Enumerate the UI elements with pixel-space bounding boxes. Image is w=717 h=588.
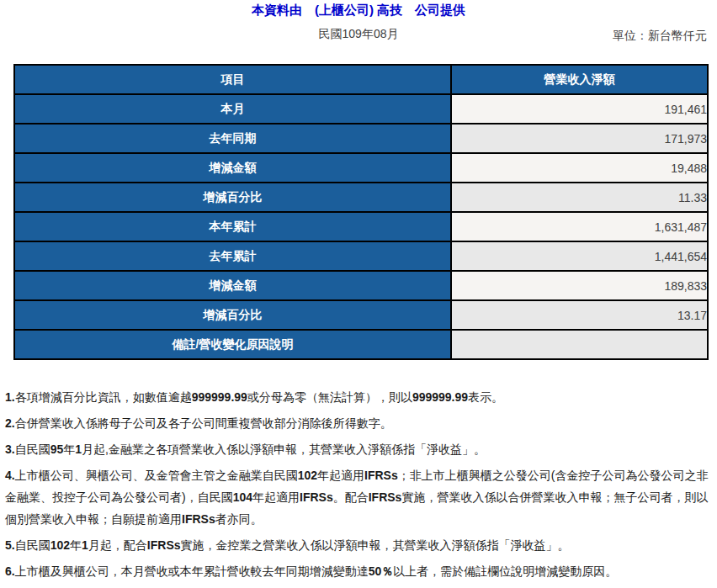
footnote: 1.各項增減百分比資訊，如數值逾越999999.99或分母為零（無法計算），則以… xyxy=(5,386,709,408)
row-label: 增減金額 xyxy=(14,271,451,300)
monthly-revenue-report-page: 本資料由 (上櫃公司) 高技 公司提供 民國109年08月 單位：新台幣仟元 項… xyxy=(0,0,717,588)
column-header-item: 項目 xyxy=(14,65,451,94)
row-value xyxy=(451,330,708,359)
table-row: 本年累計1,631,487 xyxy=(14,212,708,241)
row-label: 本月 xyxy=(14,94,451,124)
row-label: 備註/營收變化原因說明 xyxy=(14,330,451,359)
table-row: 備註/營收變化原因說明 xyxy=(14,330,708,359)
revenue-table: 項目 營業收入淨額 本月191,461去年同期171,973增減金額19,488… xyxy=(13,64,709,360)
row-value: 171,973 xyxy=(451,124,708,153)
table-row: 增減金額19,488 xyxy=(14,153,708,183)
table-row: 去年同期171,973 xyxy=(14,124,708,153)
footnote: 2.合併營業收入係將母子公司及各子公司間重複營收部分消除後所得數字。 xyxy=(5,412,709,434)
row-label: 增減百分比 xyxy=(14,300,451,330)
table-header-row: 項目 營業收入淨額 xyxy=(14,65,708,94)
unit-label: 單位：新台幣仟元 xyxy=(613,29,707,44)
row-label: 去年同期 xyxy=(14,124,451,153)
footnote: 5.自民國102年1月起，配合IFRSs實施，金控業之營業收入係以淨額申報，其營… xyxy=(5,534,709,556)
footnotes-list: 1.各項增減百分比資訊，如數值逾越999999.99或分母為零（無法計算），則以… xyxy=(5,386,709,586)
table-row: 增減金額189,833 xyxy=(14,271,708,300)
row-value: 189,833 xyxy=(451,271,708,300)
row-label: 去年累計 xyxy=(14,241,451,271)
table-row: 增減百分比13.17 xyxy=(14,300,708,330)
footnote: 4.上市櫃公司、興櫃公司、及金管會主管之金融業自民國102年起適用IFRSs；非… xyxy=(5,464,709,530)
row-label: 本年累計 xyxy=(14,212,451,241)
row-label: 增減百分比 xyxy=(14,183,451,212)
table-row: 去年累計1,441,654 xyxy=(14,241,708,271)
row-value: 13.17 xyxy=(451,300,708,330)
row-value: 19,488 xyxy=(451,153,708,183)
footnote: 6.上市櫃及興櫃公司，本月營收或本年累計營收較去年同期增減變動達50％以上者，需… xyxy=(5,560,709,582)
row-label: 增減金額 xyxy=(14,153,451,183)
column-header-net-revenue: 營業收入淨額 xyxy=(451,65,708,94)
table-row: 本月191,461 xyxy=(14,94,708,124)
row-value: 1,631,487 xyxy=(451,212,708,241)
row-value: 11.33 xyxy=(451,183,708,212)
footnote: 3.自民國95年1月起,金融業之各項營業收入係以淨額申報，其營業收入淨額係指「淨… xyxy=(5,438,709,460)
report-period: 民國109年08月 xyxy=(0,27,717,42)
table-row: 增減百分比11.33 xyxy=(14,183,708,212)
row-value: 1,441,654 xyxy=(451,241,708,271)
page-title: 本資料由 (上櫃公司) 高技 公司提供 xyxy=(0,3,717,19)
row-value: 191,461 xyxy=(451,94,708,124)
